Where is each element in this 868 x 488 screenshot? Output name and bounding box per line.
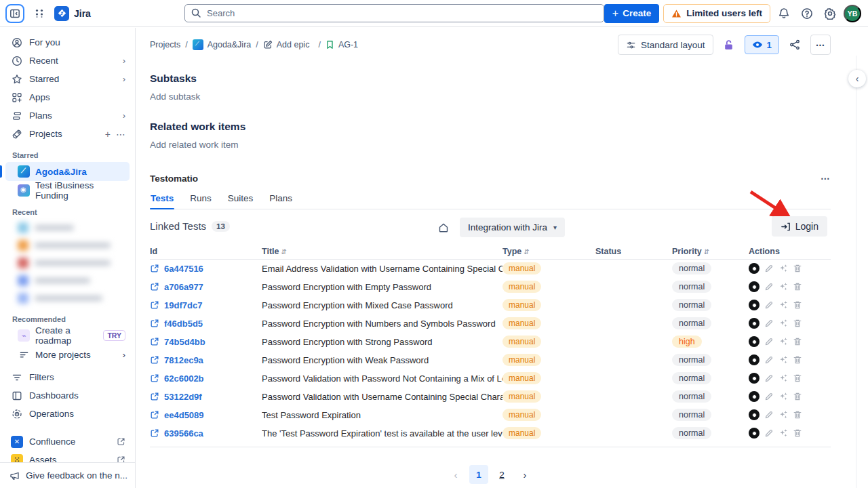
- edit-test-button[interactable]: [764, 428, 774, 438]
- sidebar-nav-item[interactable]: Plans › +⋯: [5, 106, 130, 125]
- delete-test-button[interactable]: [793, 428, 802, 438]
- sidebar-toggle-button[interactable]: [5, 4, 24, 23]
- test-id-link[interactable]: 639566ca: [150, 428, 262, 439]
- column-header[interactable]: Status⇵: [595, 247, 672, 256]
- view-test-button[interactable]: [749, 336, 760, 347]
- edit-test-button[interactable]: [764, 337, 774, 346]
- view-test-button[interactable]: [749, 263, 760, 274]
- sidebar-nav-item[interactable]: Recent › +⋯: [5, 52, 130, 70]
- ai-generate-button[interactable]: [778, 410, 788, 420]
- view-test-button[interactable]: [749, 373, 760, 384]
- ai-generate-button[interactable]: [778, 337, 788, 346]
- recent-item-blurred[interactable]: [5, 254, 130, 272]
- test-id-link[interactable]: 19df7dc7: [150, 300, 262, 310]
- notifications-button[interactable]: [774, 4, 793, 23]
- ai-generate-button[interactable]: [778, 264, 788, 273]
- test-id-link[interactable]: 53122d9f: [150, 392, 262, 402]
- search-input[interactable]: [184, 4, 604, 22]
- delete-test-button[interactable]: [793, 410, 802, 420]
- column-header[interactable]: Type⇵: [502, 247, 595, 256]
- ai-generate-button[interactable]: [778, 300, 788, 310]
- edit-test-button[interactable]: [764, 300, 774, 310]
- delete-test-button[interactable]: [793, 337, 802, 346]
- column-header[interactable]: Title⇵: [262, 247, 502, 256]
- feedback-button[interactable]: Give feedback on the n...: [0, 462, 135, 488]
- breadcrumb-issue-key[interactable]: AG-1: [326, 40, 358, 49]
- testomatio-tab[interactable]: Suites: [227, 193, 254, 209]
- edit-test-button[interactable]: [764, 355, 774, 365]
- sidebar-nav-item[interactable]: For you › +⋯: [5, 33, 130, 52]
- edit-test-button[interactable]: [764, 282, 774, 291]
- recent-item-blurred[interactable]: [5, 237, 130, 254]
- sidebar-item-more-projects[interactable]: More projects ›: [5, 345, 130, 364]
- add-related-work-button[interactable]: Add related work item: [150, 140, 831, 150]
- ai-generate-button[interactable]: [778, 392, 788, 401]
- edit-test-button[interactable]: [764, 373, 774, 383]
- test-id-link[interactable]: 62c6002b: [150, 373, 262, 384]
- sidebar-nav-item[interactable]: Filters: [5, 368, 130, 386]
- login-button[interactable]: Login: [772, 216, 827, 237]
- add-subtask-button[interactable]: Add subtask: [150, 92, 831, 102]
- ai-generate-button[interactable]: [778, 319, 788, 328]
- settings-button[interactable]: [821, 4, 840, 23]
- sidebar-nav-item[interactable]: Starred › +⋯: [5, 70, 130, 88]
- edit-test-button[interactable]: [764, 392, 774, 401]
- edit-test-button[interactable]: [764, 410, 774, 420]
- delete-test-button[interactable]: [793, 319, 802, 328]
- column-header[interactable]: Id⇵: [150, 247, 262, 256]
- home-button[interactable]: [437, 221, 450, 235]
- testomatio-more-button[interactable]: ⋯: [821, 173, 831, 184]
- column-header[interactable]: Priority⇵: [672, 247, 749, 256]
- page-button[interactable]: 1: [469, 465, 488, 484]
- recent-item-blurred[interactable]: [5, 289, 130, 307]
- delete-test-button[interactable]: [793, 373, 802, 383]
- watchers-button[interactable]: 1: [745, 35, 779, 54]
- testomatio-tab[interactable]: Plans: [269, 193, 293, 209]
- ai-generate-button[interactable]: [778, 282, 788, 291]
- app-switcher-button[interactable]: [30, 4, 49, 23]
- add-project-icon[interactable]: +: [105, 129, 111, 140]
- view-test-button[interactable]: [749, 391, 760, 402]
- next-page-button[interactable]: ›: [515, 465, 534, 484]
- jira-brand[interactable]: Jira: [54, 6, 91, 21]
- page-more-button[interactable]: ⋯: [810, 35, 831, 55]
- limited-users-button[interactable]: Limited users left: [663, 4, 770, 23]
- sidebar-nav-item[interactable]: Apps › +⋯: [5, 88, 130, 106]
- sidebar-nav-item[interactable]: Operations: [5, 405, 130, 423]
- recent-item-blurred[interactable]: [5, 272, 130, 289]
- prev-page-button[interactable]: ‹: [446, 465, 465, 484]
- ai-generate-button[interactable]: [778, 428, 788, 438]
- project-dropdown[interactable]: Integration with Jira ▾: [460, 218, 565, 237]
- view-test-button[interactable]: [749, 409, 760, 420]
- delete-test-button[interactable]: [793, 355, 802, 365]
- edit-test-button[interactable]: [764, 264, 774, 273]
- breadcrumb-add-epic[interactable]: Add epic: [263, 40, 310, 49]
- sidebar-item-create-roadmap[interactable]: ⌁ Create a roadmap TRY: [5, 326, 130, 345]
- collapse-panel-button[interactable]: ‹: [848, 70, 866, 87]
- page-button[interactable]: 2: [492, 465, 511, 484]
- user-avatar[interactable]: YB: [844, 5, 861, 22]
- test-id-link[interactable]: 74b5d4bb: [150, 337, 262, 347]
- help-button[interactable]: [797, 4, 816, 23]
- ai-generate-button[interactable]: [778, 373, 788, 383]
- ai-generate-button[interactable]: [778, 355, 788, 365]
- view-test-button[interactable]: [749, 281, 760, 292]
- testomatio-tab[interactable]: Runs: [189, 193, 212, 209]
- standard-layout-button[interactable]: Standard layout: [618, 35, 713, 55]
- share-button[interactable]: [785, 35, 805, 55]
- sidebar-project-test-ibusiness[interactable]: Test iBusiness Funding: [5, 181, 130, 200]
- delete-test-button[interactable]: [793, 264, 802, 273]
- unlock-button[interactable]: [719, 35, 739, 55]
- test-id-link[interactable]: ee4d5089: [150, 410, 262, 420]
- sidebar-nav-item[interactable]: Dashboards: [5, 386, 130, 405]
- delete-test-button[interactable]: [793, 300, 802, 310]
- breadcrumb-project[interactable]: Agoda&Jira: [193, 39, 252, 50]
- testomatio-tab[interactable]: Tests: [150, 193, 174, 209]
- projects-more-icon[interactable]: ⋯: [116, 129, 125, 140]
- sidebar-external-app[interactable]: ✕ Confluence: [5, 432, 130, 451]
- delete-test-button[interactable]: [793, 282, 802, 291]
- test-id-link[interactable]: 6a447516: [150, 264, 262, 274]
- view-test-button[interactable]: [749, 354, 760, 365]
- view-test-button[interactable]: [749, 428, 760, 439]
- column-header[interactable]: Actions⇵: [749, 247, 831, 256]
